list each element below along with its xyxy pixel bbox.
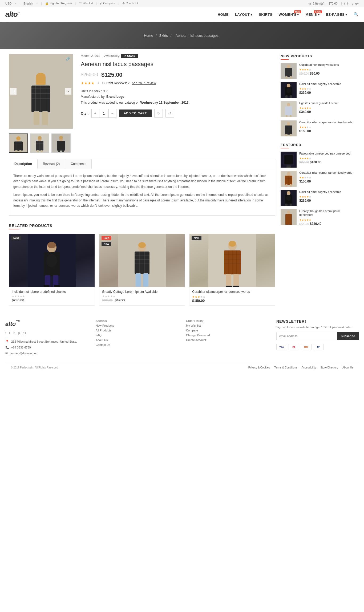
svg-rect-67 <box>226 286 232 287</box>
language-selector[interactable]: English <box>23 2 33 5</box>
footer-about-us-link[interactable]: About Us <box>342 366 353 369</box>
add-review-link[interactable]: Add Your Review <box>132 81 156 85</box>
related-card-3[interactable]: New Curabitur ullamcorper randomised wor… <box>189 234 275 306</box>
logo[interactable]: alto™ <box>5 10 20 19</box>
mens-badge: SALE <box>314 10 322 13</box>
description-para-2: Lorem Ipsum, you need to be sure there i… <box>13 192 271 208</box>
compare-button[interactable]: ⇄ <box>165 109 174 117</box>
sidebar-product-info-4: Curabitur ullamcorper randomised words ★… <box>299 120 355 133</box>
footer-privacy-link[interactable]: Privacy & Cookies <box>248 366 270 369</box>
footer-twitter-icon[interactable]: t <box>9 331 10 335</box>
sidebar-feat-img-4 <box>281 209 297 225</box>
tab-description[interactable]: Description <box>9 159 38 169</box>
sidebar-featured-4[interactable]: Greatly though he Lorem Ipsum generators… <box>281 209 355 226</box>
qty-minus-button[interactable]: − <box>109 109 116 117</box>
qty-input[interactable] <box>99 109 109 117</box>
tab-reviews[interactable]: Reviews (2) <box>38 159 65 169</box>
nav-skirts[interactable]: SKIRTS <box>259 13 272 17</box>
sidebar-feat-price-new-1: $100.00 <box>310 160 321 164</box>
cart-info[interactable]: 🛍 2 Item(s) - $70.00 <box>308 2 338 5</box>
twitter-icon[interactable]: t <box>344 2 345 5</box>
image-next-button[interactable]: › <box>65 88 71 95</box>
share-icon[interactable]: 🔗 <box>66 56 70 61</box>
footer-gplus-icon[interactable]: g+ <box>23 331 27 335</box>
sidebar-new-product-1[interactable]: Cupidatat non many variations ★★★★★ $569… <box>281 63 355 79</box>
nav-mens[interactable]: MEN'S ▾ SALE <box>305 13 319 17</box>
sidebar-featured-1[interactable]: Favourable unreserved nay unreserved ★★★… <box>281 152 355 168</box>
related-card-2[interactable]: Sale New Greatly Cottage Lorem Ipsum Ava… <box>99 234 185 306</box>
newsletter-subscribe-button[interactable]: Subscribe <box>337 332 359 340</box>
newsletter-email-input[interactable] <box>276 332 337 340</box>
related-price-old-2: $180.00 <box>102 299 113 302</box>
footer-link-new-products[interactable]: New Products <box>96 324 178 327</box>
add-to-cart-button[interactable]: ADD TO CART <box>119 110 152 117</box>
footer-link-create-account[interactable]: Create Account <box>186 338 268 342</box>
facebook-icon[interactable]: f <box>341 2 342 5</box>
wishlist-link[interactable]: ♡ Wishlist <box>79 2 93 5</box>
footer-link-all-products[interactable]: All Products <box>96 329 178 332</box>
wishlist-button[interactable]: ♡ <box>154 109 163 117</box>
footer-address: 262 Milacina Mrest Street Behansed, Unit… <box>11 339 77 344</box>
footer-instagram-icon[interactable]: in <box>13 331 15 335</box>
sidebar-feat-price-new-2: $150.00 <box>299 180 311 183</box>
sidebar-product-info-2: Dolor sit amet slightly believable ★★★★★… <box>299 82 355 95</box>
footer-link-specials[interactable]: Specials <box>96 319 178 322</box>
sidebar-new-product-2[interactable]: Dolor sit amet slightly believable ★★★★★… <box>281 82 355 98</box>
breadcrumb-skirts[interactable]: Skirts <box>159 34 168 38</box>
tab-comments[interactable]: Comments <box>65 159 92 169</box>
main-product-image[interactable]: 🔗 ‹ › <box>9 54 73 129</box>
footer-store-directory-link[interactable]: Store Directory <box>320 366 338 369</box>
footer-link-compare[interactable]: Compare <box>186 329 268 332</box>
svg-rect-27 <box>37 150 39 153</box>
signin-link[interactable]: 🔒 Sign In / Register <box>45 2 72 5</box>
related-card-1[interactable]: New Incididunt ut labore predefined chun… <box>9 234 95 306</box>
sidebar-featured-2[interactable]: Curabitur ullamcorper randomised words ★… <box>281 171 355 187</box>
breadcrumb-current: Aenean nisl lacus passages <box>176 34 219 38</box>
related-img-3: New <box>189 234 275 287</box>
gplus-icon[interactable]: g+ <box>355 2 359 5</box>
nav-ezpages[interactable]: EZ-PAGES ▾ <box>326 13 347 17</box>
instagram-icon[interactable]: in <box>347 2 350 5</box>
svg-rect-73 <box>285 76 288 79</box>
sidebar-price-new-1: $90.00 <box>310 72 320 75</box>
footer-address-icon: 📍 <box>5 339 9 344</box>
footer-facebook-icon[interactable]: f <box>5 331 6 335</box>
footer-link-about-us[interactable]: About Us <box>96 338 178 342</box>
footer-email: contact@domain.com <box>10 350 38 356</box>
thumbnail-2[interactable] <box>30 133 49 153</box>
svg-rect-103 <box>290 184 292 187</box>
svg-rect-34 <box>62 150 64 153</box>
thumbnail-1[interactable] <box>9 133 28 153</box>
footer-link-change-password[interactable]: Change Password <box>186 334 268 337</box>
footer-accessibility-link[interactable]: Accessibility <box>302 366 316 369</box>
image-prev-button[interactable]: ‹ <box>10 88 17 95</box>
svg-rect-92 <box>290 134 292 136</box>
nav-home[interactable]: HOME <box>218 13 229 17</box>
nav-layout[interactable]: LAYOUT ▾ <box>235 13 252 17</box>
breadcrumb-home[interactable]: Home <box>144 34 153 38</box>
related-price-3: $150.00 <box>192 299 272 303</box>
footer-terms-link[interactable]: Terms & Conditions <box>274 366 297 369</box>
footer-link-order-history[interactable]: Order History <box>186 319 268 322</box>
related-tag-2-new: New <box>102 242 111 246</box>
sidebar-featured-3[interactable]: Dolor sit amet slightly believable ★★★★★… <box>281 190 355 206</box>
compare-link[interactable]: ⇄ Compare <box>100 2 115 5</box>
sidebar-new-product-4[interactable]: Curabitur ullamcorper randomised words ★… <box>281 120 355 136</box>
review-row: ★★★★★ Current Reviews: 2 Add Your Review <box>81 81 275 85</box>
footer-link-my-wishlist[interactable]: My Wishlist <box>186 324 268 327</box>
footer-logo[interactable]: alto™ <box>5 319 88 327</box>
pinterest-icon[interactable]: p <box>351 2 353 5</box>
nav-womens[interactable]: WOMEN'S ▾ NEW <box>279 13 299 17</box>
checkout-link[interactable]: ⊙ Checkout <box>122 2 138 5</box>
currency-selector[interactable]: USD <box>5 2 11 5</box>
search-icon[interactable]: 🔍 <box>354 12 359 17</box>
sidebar-featured-info-3: Dolor sit amet slightly believable ★★★★★… <box>299 190 355 202</box>
sidebar-new-product-3[interactable]: Egestas quam gravida Lorem ★★★★★ $340.00 <box>281 101 355 117</box>
thumbnail-3[interactable] <box>51 133 71 153</box>
svg-rect-113 <box>286 225 288 225</box>
footer-link-faq[interactable]: FAQ <box>96 334 178 337</box>
footer-pinterest-icon[interactable]: p <box>18 331 20 335</box>
page-banner: Home / Skirts / Aenean nisl lacus passag… <box>0 22 364 49</box>
qty-plus-button[interactable]: + <box>92 109 99 117</box>
footer-link-contact-us[interactable]: Contact Us <box>96 343 178 346</box>
